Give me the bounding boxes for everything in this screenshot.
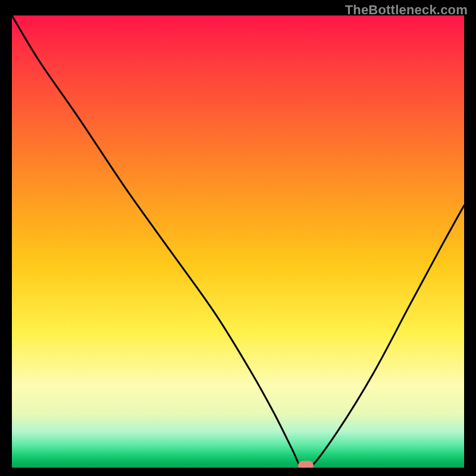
watermark-text: TheBottleneck.com — [345, 2, 468, 18]
chart-frame: TheBottleneck.com — [0, 0, 476, 476]
score-gradient — [12, 15, 464, 468]
optimal-marker — [298, 461, 314, 468]
plot-area — [12, 15, 464, 468]
